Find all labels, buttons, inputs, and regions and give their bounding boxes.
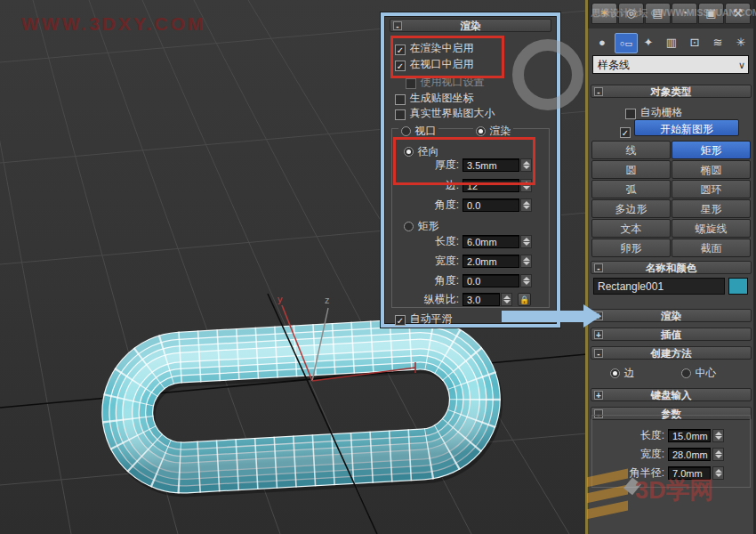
auto-smooth-checkbox[interactable]: ✓ 自动平滑 [395, 310, 452, 323]
dropdown-value: 样条线 [598, 59, 630, 71]
tab-modify-icon[interactable]: ◎ [618, 3, 644, 24]
create-icon: ✶ [599, 6, 609, 20]
tab-hierarchy-icon[interactable]: ▤ [645, 3, 671, 24]
viewport-watermark: WWW.3DXY.COM [21, 13, 206, 34]
collapse-icon: - [594, 87, 603, 96]
shape-category-dropdown[interactable]: 样条线 ∨ [592, 55, 749, 74]
angle-field[interactable]: 0.0 [462, 198, 519, 212]
button-helix[interactable]: 螺旋线 [672, 219, 751, 238]
button-arc[interactable]: 弧 [591, 180, 671, 198]
rollout-keyboard-entry[interactable]: + 键盘输入 [591, 388, 752, 401]
radio-icon [401, 126, 411, 136]
button-section[interactable]: 截面 [672, 239, 751, 257]
button-ngon[interactable]: 多边形 [591, 199, 671, 218]
tab-motion-icon[interactable]: ◔ [672, 3, 697, 24]
spline-ring[interactable] [125, 341, 480, 474]
chevron-down-icon: ∨ [738, 56, 745, 75]
utilities-icon: ⚒ [733, 6, 744, 20]
width-field[interactable]: 28.0mm [668, 448, 711, 461]
button-circle[interactable]: 圆 [591, 160, 671, 179]
button-star[interactable]: 星形 [672, 199, 751, 218]
rect-length-field[interactable]: 6.0mm [462, 235, 519, 248]
motion-icon: ◔ [681, 6, 688, 20]
length-spinner[interactable] [712, 429, 724, 442]
collapse-icon: - [393, 21, 402, 30]
button-donut[interactable]: 圆环 [672, 180, 751, 198]
rollout-rendering[interactable]: + 渲染 [591, 309, 752, 322]
button-egg[interactable]: 卵形 [591, 239, 671, 257]
axis-label-z: z [325, 295, 330, 305]
radio-render-mode[interactable]: 渲染 [473, 122, 513, 135]
tab-utilities-icon[interactable]: ⚒ [725, 3, 751, 24]
rollout-object-type[interactable]: - 对象类型 [591, 85, 752, 98]
category-space-warps-icon[interactable]: ≋ [707, 33, 728, 52]
render-rollout-header[interactable]: - 渲染 [390, 19, 551, 32]
length-field[interactable]: 15.0mm [668, 429, 711, 442]
highlight-radial-thickness [393, 137, 535, 185]
radio-center[interactable]: 中心 [681, 364, 716, 381]
button-text[interactable]: 文本 [591, 219, 671, 238]
radio-icon [681, 368, 691, 378]
object-name-input[interactable]: Rectangle001 [593, 278, 725, 295]
category-shapes-icon[interactable]: ○▭ [615, 33, 638, 53]
callout-arrow [502, 304, 601, 329]
rect-length-spinner[interactable] [520, 235, 532, 248]
tab-create-icon[interactable]: ✶ [591, 3, 617, 24]
expand-icon: + [594, 330, 603, 339]
checkbox-icon: ✓ [620, 127, 631, 138]
checkbox-icon: ✓ [625, 109, 636, 119]
collapse-icon: - [594, 349, 603, 358]
corner-radius-field[interactable]: 7.0mm [668, 466, 711, 480]
autogrid-checkbox[interactable]: ✓ 自动栅格 [625, 103, 682, 120]
highlight-enable-checks [390, 36, 504, 78]
width-spinner[interactable] [712, 448, 724, 461]
3dsmax-window: WWW.3DXY.COM [0, 0, 756, 534]
modify-icon: ◎ [626, 6, 636, 20]
radio-icon [476, 126, 486, 136]
checkbox-icon: ✓ [395, 109, 406, 120]
start-new-shape-checkbox[interactable]: ✓ [620, 122, 631, 138]
rect-width-spinner[interactable] [520, 255, 532, 268]
rect-angle-spinner[interactable] [520, 274, 532, 287]
generate-mapping-coords-checkbox[interactable]: ✓ 生成贴图坐标 [395, 89, 473, 102]
rect-angle-field[interactable]: 0.0 [462, 274, 519, 287]
display-icon: ▣ [705, 6, 716, 20]
category-systems-icon[interactable]: ✳ [730, 33, 752, 52]
collapse-icon: - [594, 263, 603, 272]
aspect-field[interactable]: 3.0 [462, 293, 500, 306]
category-geometry-icon[interactable]: ● [591, 33, 613, 52]
rollout-name-color[interactable]: - 名称和颜色 [591, 261, 752, 274]
radio-viewport-mode[interactable]: 视口 [398, 122, 438, 135]
button-ellipse[interactable]: 椭圆 [672, 160, 751, 179]
radio-icon [610, 368, 620, 378]
radio-rectangular[interactable]: 矩形 [404, 217, 438, 231]
object-color-swatch[interactable] [728, 278, 748, 295]
button-rectangle[interactable]: 矩形 [672, 141, 751, 159]
render-rollout-panel: - 渲染 ✓ 在渲染中启用 ✓ 在视口中启用 ✓ 使用视口设置 ✓ 生成贴图坐标… [381, 12, 560, 328]
rollout-interpolation[interactable]: + 插值 [591, 328, 752, 341]
category-lights-icon[interactable]: ✦ [638, 33, 659, 52]
button-line[interactable]: 线 [591, 141, 671, 159]
real-world-map-size-checkbox[interactable]: ✓ 真实世界贴图大小 [395, 104, 495, 117]
checkbox-icon: ✓ [395, 315, 406, 326]
axis-label-y: y [277, 294, 283, 304]
start-new-shape-button[interactable]: 开始新图形 [634, 119, 739, 136]
angle-spinner[interactable] [520, 198, 532, 212]
tab-display-icon[interactable]: ▣ [698, 3, 724, 24]
category-helpers-icon[interactable]: ⊡ [684, 33, 705, 52]
category-cameras-icon[interactable]: ▥ [661, 33, 682, 52]
command-panel: ✶ ◎ ▤ ◔ ▣ ⚒ 思缘设计论坛 ⊙WWW.MISSYUAN.COM ● ○… [588, 0, 756, 534]
corner-radius-spinner[interactable] [712, 466, 724, 480]
radio-edge[interactable]: 边 [610, 364, 634, 381]
rollout-creation-method[interactable]: - 创建方法 [591, 346, 752, 360]
radio-icon [404, 222, 414, 231]
rect-width-field[interactable]: 2.0mm [462, 255, 519, 268]
checkbox-icon: ✓ [406, 78, 416, 89]
hierarchy-icon: ▤ [652, 6, 663, 20]
expand-icon: + [594, 391, 603, 400]
